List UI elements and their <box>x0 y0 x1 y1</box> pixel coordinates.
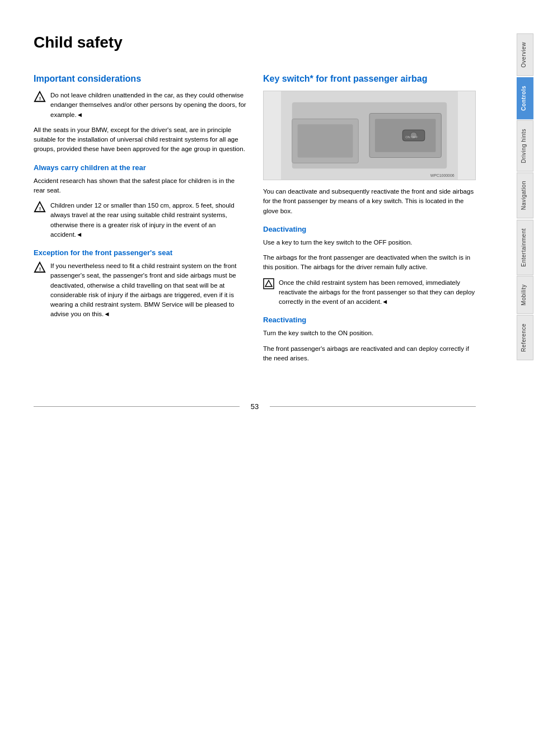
subheading-exception: Exception for the front passenger's seat <box>34 248 246 257</box>
warning-block-1: ! Do not leave children unattended in th… <box>34 91 246 120</box>
svg-marker-17 <box>265 280 272 287</box>
left-main-heading: Important considerations <box>34 74 246 84</box>
right-body-3: The airbags for the front passenger are … <box>263 253 476 273</box>
sidebar-navigation: Overview Controls Driving hints Navigati… <box>516 0 534 756</box>
sidebar-item-entertainment[interactable]: Entertainment <box>517 220 533 275</box>
note-block-1: Once the child restraint system has been… <box>263 278 476 307</box>
svg-text:!: ! <box>39 96 41 101</box>
page-title: Child safety <box>34 34 476 57</box>
right-body-1: You can deactivate and subsequently reac… <box>263 187 476 216</box>
right-main-heading: Key switch* for front passenger airbag <box>263 74 476 84</box>
body-text-2: Accident research has shown that the saf… <box>34 176 246 196</box>
sidebar-item-overview[interactable]: Overview <box>517 34 533 76</box>
airbag-diagram-svg: ON OFF WPC1000006 <box>264 91 475 180</box>
airbag-key-switch-image: ON OFF WPC1000006 <box>263 91 476 180</box>
warning-icon-1: ! <box>34 91 46 103</box>
svg-text:ON OFF: ON OFF <box>405 135 418 139</box>
left-column: Important considerations ! Do not leave … <box>34 74 246 369</box>
warning-block-3: ! If you nevertheless need to fit a chil… <box>34 261 246 320</box>
right-body-5: The front passenger's airbags are reacti… <box>263 344 476 364</box>
sidebar-item-controls[interactable]: Controls <box>517 77 533 119</box>
sidebar-item-mobility[interactable]: Mobility <box>517 276 533 314</box>
svg-text:!: ! <box>39 266 41 272</box>
sidebar-item-reference[interactable]: Reference <box>517 315 533 360</box>
main-content: Child safety Important considerations ! … <box>0 0 504 756</box>
right-body-4: Turn the key switch to the ON position. <box>263 328 476 338</box>
warning-text-1: Do not leave children unattended in the … <box>50 91 246 120</box>
two-column-layout: Important considerations ! Do not leave … <box>34 74 476 369</box>
svg-rect-14 <box>298 124 353 157</box>
page-line-right <box>270 406 476 407</box>
warning-icon-3: ! <box>34 261 46 274</box>
right-column: Key switch* for front passenger airbag <box>263 74 476 369</box>
sidebar-item-driving-hints[interactable]: Driving hints <box>517 120 533 172</box>
warning-text-3: If you nevertheless need to fit a child … <box>50 261 246 320</box>
page-line-left <box>34 406 240 407</box>
warning-text-2: Children under 12 or smaller than 150 cm… <box>50 201 246 240</box>
warning-block-2: ! Children under 12 or smaller than 150 … <box>34 201 246 240</box>
note-text-1: Once the child restraint system has been… <box>279 278 476 307</box>
page-number: 53 <box>240 402 270 411</box>
svg-text:WPC1000006: WPC1000006 <box>430 173 455 177</box>
warning-icon-2: ! <box>34 201 46 213</box>
note-icon-1 <box>263 278 274 289</box>
svg-text:!: ! <box>39 206 41 212</box>
page-bottom: 53 <box>34 402 476 411</box>
sidebar-item-navigation[interactable]: Navigation <box>517 172 533 218</box>
right-body-2: Use a key to turn the key switch to the … <box>263 238 476 247</box>
body-text-1: All the seats in your BMW, except for th… <box>34 125 246 154</box>
subheading-rear: Always carry children at the rear <box>34 163 246 172</box>
subheading-deactivating: Deactivating <box>263 225 476 233</box>
subheading-reactivating: Reactivating <box>263 316 476 324</box>
